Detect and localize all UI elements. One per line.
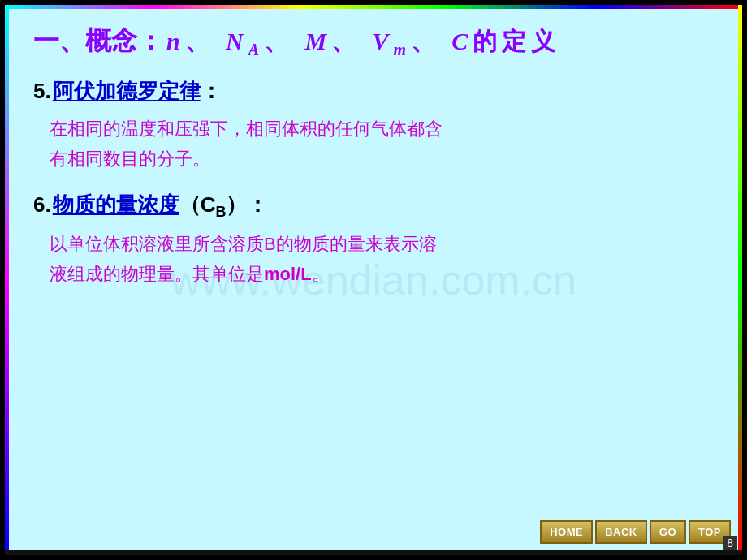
slide-content: 一、概念： n、 NA、 M、 Vm、 C的定义 5. 阿伏加德罗定律 ： 在相… [9,9,738,551]
subscript-b: B [215,204,226,220]
section-5-line2: 有相同数目的分子。 [50,149,210,169]
section-6-mol: mol/L [264,264,312,284]
section-6: 6. 物质的量浓度 （CB）： 以单位体积溶液里所含溶质B的物质的量来表示溶 液… [33,191,714,290]
left-border [5,5,9,555]
slide-title: 一、概念： n、 NA、 M、 Vm、 C的定义 [33,24,714,59]
section-6-line2: 液组成的物理量。其单位是 [50,264,264,284]
section-5-colon: ： [201,77,222,106]
section-6-header: 6. 物质的量浓度 （CB）： [33,191,714,221]
section-5-number: 5. [33,79,51,104]
go-button[interactable]: GO [650,520,686,544]
section-6-number: 6. [33,192,51,218]
avogadro-link[interactable]: 阿伏加德罗定律 [53,77,201,106]
home-button[interactable]: HOME [540,520,593,544]
section-5-header: 5. 阿伏加德罗定律 ： [33,77,714,106]
title-formula: n、 NA、 M、 Vm、 C的定义 [166,25,560,59]
nav-buttons: HOME BACK GO TOP [540,520,731,544]
title-dash: 一、概念： [33,24,163,59]
right-border [738,5,742,555]
top-border [5,5,742,9]
back-button[interactable]: BACK [595,520,647,544]
section-6-content: 以单位体积溶液里所含溶质B的物质的量来表示溶 液组成的物理量。其单位是mol/L… [50,229,714,290]
slide: www.wendian.com.cn 一、概念： n、 NA、 M、 Vm、 C… [0,0,747,560]
section-5: 5. 阿伏加德罗定律 ： 在相同的温度和压强下，相同体积的任何气体都含 有相同数… [33,77,714,174]
section-6-paren: （CB）： [179,191,269,221]
bottom-border [5,550,742,555]
section-6-line1: 以单位体积溶液里所含溶质B的物质的量来表示溶 [50,234,437,254]
section-5-line1: 在相同的温度和压强下，相同体积的任何气体都含 [50,118,443,139]
section-6-end: 。 [312,264,330,284]
page-number: 8 [723,536,737,550]
section-5-content: 在相同的温度和压强下，相同体积的任何气体都含 有相同数目的分子。 [50,114,714,174]
molarity-link[interactable]: 物质的量浓度 [53,191,179,219]
